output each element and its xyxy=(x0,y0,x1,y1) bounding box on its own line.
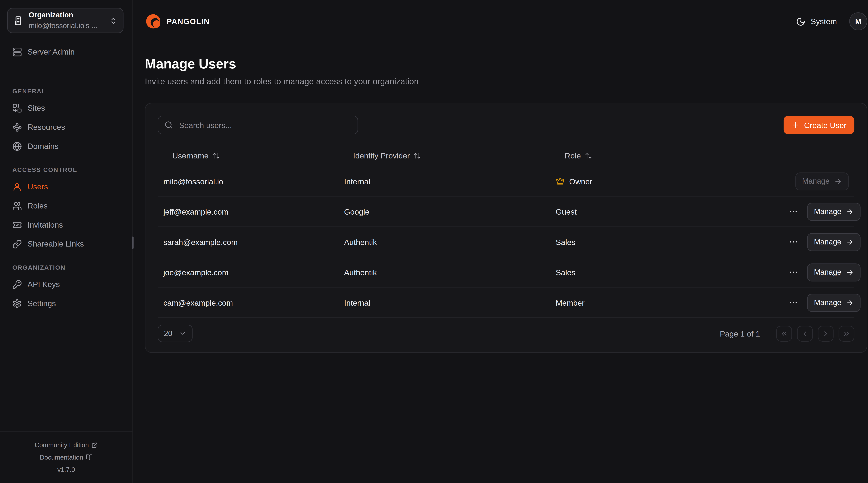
arrow-right-icon xyxy=(834,177,842,185)
column-header-username[interactable]: Username xyxy=(158,151,339,160)
external-link-icon xyxy=(92,442,98,448)
plus-icon xyxy=(791,121,800,129)
sidebar-item-label: Server Admin xyxy=(27,47,75,56)
idp-cell: Authentik xyxy=(339,237,550,246)
chevrons-up-down-icon xyxy=(110,17,117,24)
sidebar-item-roles[interactable]: Roles xyxy=(0,199,132,212)
arrow-right-icon xyxy=(846,238,854,246)
manage-button[interactable]: Manage xyxy=(807,233,861,251)
sidebar-item-domains[interactable]: Domains xyxy=(0,139,132,153)
sort-icon xyxy=(414,152,421,159)
table-row: sarah@example.com Authentik Sales Manage xyxy=(158,227,855,257)
page-status: Page 1 of 1 xyxy=(720,329,760,338)
sidebar: Organization milo@fossorial.io's ... Ser… xyxy=(0,0,133,483)
sidebar-nav: Server Admin GENERAL Sites Resources xyxy=(0,45,132,316)
org-label: Organization xyxy=(29,10,104,21)
first-page-button[interactable] xyxy=(776,325,792,341)
actions-cell: Manage xyxy=(782,233,866,251)
search-box xyxy=(158,116,358,134)
row-menu-button[interactable] xyxy=(787,236,799,248)
username-cell: cam@example.com xyxy=(158,298,339,307)
search-input[interactable] xyxy=(178,120,351,130)
table-row: jeff@example.com Google Guest Manage xyxy=(158,197,855,227)
actions-cell: Manage xyxy=(782,172,854,190)
column-header-identity-provider[interactable]: Identity Provider xyxy=(339,151,550,160)
pangolin-logo-icon xyxy=(145,13,162,30)
username-cell: milo@fossorial.io xyxy=(158,177,339,186)
building-icon xyxy=(13,16,24,26)
sidebar-item-api-keys[interactable]: API Keys xyxy=(0,278,132,291)
role-label: Owner xyxy=(569,177,592,186)
documentation-link[interactable]: Documentation xyxy=(0,451,132,463)
row-menu-button[interactable] xyxy=(787,205,799,217)
org-value: milo@fossorial.io's ... xyxy=(29,21,104,31)
sidebar-item-resources[interactable]: Resources xyxy=(0,120,132,134)
version-label: v1.7.0 xyxy=(0,463,132,476)
search-icon xyxy=(164,121,173,129)
theme-toggle[interactable]: System xyxy=(796,17,837,26)
row-menu-button[interactable] xyxy=(787,266,799,278)
idp-cell: Authentik xyxy=(339,268,550,277)
sidebar-item-shareable-links[interactable]: Shareable Links xyxy=(0,237,132,251)
role-cell: Sales xyxy=(550,268,782,277)
table-header: Username Identity Provider Role xyxy=(158,145,855,166)
avatar[interactable]: M xyxy=(849,12,867,30)
arrow-right-icon xyxy=(846,299,854,307)
sidebar-item-users[interactable]: Users xyxy=(0,180,132,193)
toolbar: Create User xyxy=(158,116,855,134)
idp-cell: Google xyxy=(339,207,550,216)
users-card: Create User Username Identity Provider xyxy=(145,103,867,353)
book-open-icon xyxy=(86,454,93,461)
section-label-access-control: ACCESS CONTROL xyxy=(0,166,132,173)
table-row: milo@fossorial.io Internal Owner Manage xyxy=(158,166,855,197)
arrow-right-icon xyxy=(846,208,854,216)
idp-cell: Internal xyxy=(339,177,550,186)
sidebar-item-sites[interactable]: Sites xyxy=(0,101,132,115)
sidebar-item-label: Shareable Links xyxy=(27,239,84,248)
create-user-button[interactable]: Create User xyxy=(783,116,854,134)
sidebar-item-invitations[interactable]: Invitations xyxy=(0,218,132,232)
key-icon xyxy=(12,280,22,289)
role-cell: Guest xyxy=(550,207,782,216)
globe-icon xyxy=(12,141,22,151)
documentation-label: Documentation xyxy=(40,451,83,463)
link-icon xyxy=(12,239,22,249)
page-size-select[interactable]: 20 xyxy=(158,325,192,342)
sidebar-item-label: Settings xyxy=(27,299,56,308)
sidebar-item-label: Sites xyxy=(27,103,45,112)
users-table: Username Identity Provider Role xyxy=(158,145,855,318)
manage-button[interactable]: Manage xyxy=(807,263,861,281)
manage-button[interactable]: Manage xyxy=(807,203,861,221)
page-subtitle: Invite users and add them to roles to ma… xyxy=(145,77,867,87)
username-cell: sarah@example.com xyxy=(158,237,339,246)
sidebar-item-server-admin[interactable]: Server Admin xyxy=(0,45,132,59)
sites-icon xyxy=(12,103,22,113)
ticket-check-icon xyxy=(12,220,22,229)
column-header-role[interactable]: Role xyxy=(550,151,782,160)
topbar: PANGOLIN System M xyxy=(132,0,868,30)
sidebar-item-label: Users xyxy=(27,182,48,191)
role-cell: Owner xyxy=(550,177,782,186)
avatar-initial: M xyxy=(855,17,861,26)
prev-page-button[interactable] xyxy=(797,325,813,341)
sidebar-item-label: Roles xyxy=(27,201,48,210)
table-row: joe@example.com Authentik Sales Manage xyxy=(158,257,855,288)
gear-icon xyxy=(12,299,22,308)
next-page-button[interactable] xyxy=(818,325,834,341)
actions-cell: Manage xyxy=(782,203,866,221)
username-cell: jeff@example.com xyxy=(158,207,339,216)
community-edition-label: Community Edition xyxy=(35,439,89,451)
section-label-general: GENERAL xyxy=(0,88,132,94)
last-page-button[interactable] xyxy=(839,325,855,341)
sidebar-item-settings[interactable]: Settings xyxy=(0,296,132,310)
pangolin-logo[interactable]: PANGOLIN xyxy=(145,13,210,30)
manage-button[interactable]: Manage xyxy=(807,293,861,311)
sidebar-item-label: API Keys xyxy=(27,280,60,289)
users-icon xyxy=(12,201,22,210)
row-menu-button[interactable] xyxy=(787,296,799,308)
role-cell: Sales xyxy=(550,237,782,246)
org-selector[interactable]: Organization milo@fossorial.io's ... xyxy=(7,8,123,33)
pagination: 20 Page 1 of 1 xyxy=(158,325,855,342)
user-icon xyxy=(12,182,22,191)
community-edition-link[interactable]: Community Edition xyxy=(0,439,132,451)
